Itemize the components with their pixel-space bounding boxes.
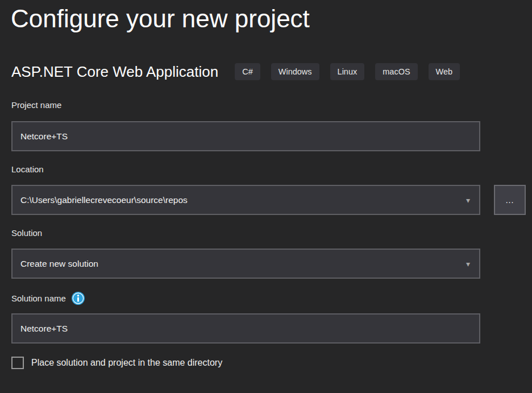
configure-project-dialog: Configure your new project ASP.NET Core … (0, 0, 532, 393)
project-name-label: Project name (11, 100, 61, 110)
template-name: ASP.NET Core Web Application (11, 63, 218, 81)
solution-label: Solution (11, 228, 42, 238)
tag-linux: Linux (330, 63, 365, 80)
location-value: C:\Users\gabriellecrevecoeur\source\repo… (20, 195, 466, 205)
page-title: Configure your new project (11, 5, 310, 33)
same-directory-row: Place solution and project in the same d… (11, 357, 222, 369)
solution-value: Create new solution (20, 259, 466, 269)
browse-location-button[interactable]: ... (494, 185, 526, 215)
tag-windows: Windows (271, 63, 319, 80)
same-directory-label[interactable]: Place solution and project in the same d… (31, 358, 222, 368)
chevron-down-icon: ▾ (466, 260, 470, 268)
tag-csharp: C# (235, 63, 260, 80)
info-icon[interactable] (72, 292, 85, 305)
same-directory-checkbox[interactable] (11, 357, 24, 369)
location-combobox[interactable]: C:\Users\gabriellecrevecoeur\source\repo… (11, 185, 480, 215)
location-label: Location (11, 164, 44, 174)
chevron-down-icon: ▾ (466, 196, 470, 204)
project-name-input[interactable] (11, 121, 480, 151)
tag-web: Web (429, 63, 460, 80)
template-info-row: ASP.NET Core Web Application C# Windows … (11, 62, 460, 81)
solution-name-label: Solution name (11, 293, 66, 303)
solution-name-input[interactable] (11, 313, 480, 344)
tag-macos: macOS (375, 63, 417, 80)
solution-name-label-row: Solution name (11, 292, 85, 305)
solution-combobox[interactable]: Create new solution ▾ (11, 249, 480, 279)
